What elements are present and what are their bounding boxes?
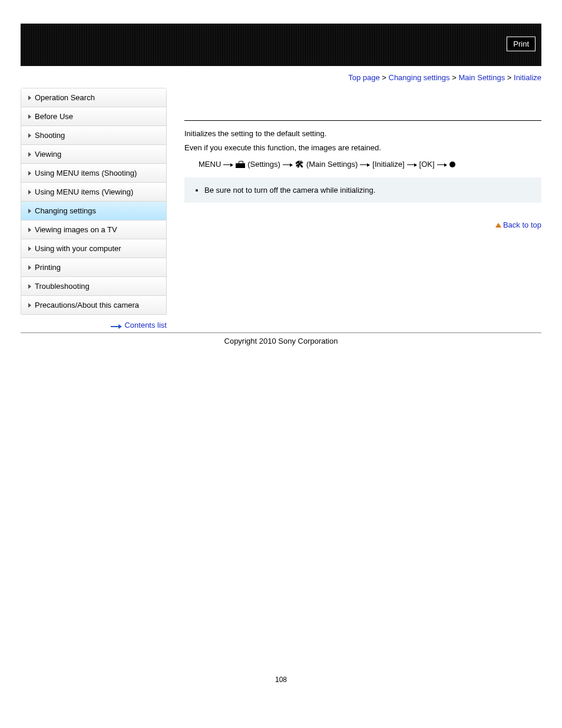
print-button[interactable]: Print	[507, 37, 535, 51]
divider	[184, 120, 541, 121]
sidebar-item-troubleshooting[interactable]: Troubleshooting	[21, 277, 166, 295]
hammer-icon: 🛠	[295, 159, 304, 169]
caret-icon	[28, 171, 31, 176]
sidebar-item-label: Shooting	[35, 131, 65, 140]
caret-icon	[28, 284, 31, 289]
sidebar-item-shooting[interactable]: Shooting	[21, 126, 166, 144]
sidebar-item-menu-shooting[interactable]: Using MENU items (Shooting)	[21, 164, 166, 182]
breadcrumb-separator: >	[452, 73, 457, 82]
menu-path: MENU (Settings) 🛠 (Main Settings) [Initi…	[199, 159, 541, 169]
sidebar-item-label: Viewing images on a TV	[35, 225, 117, 234]
caret-icon	[28, 114, 31, 119]
caret-icon	[28, 133, 31, 138]
sidebar-item-label: Viewing	[35, 150, 61, 159]
contents-list-label: Contents list	[124, 321, 167, 330]
menu-path-ok: [OK]	[419, 160, 435, 169]
note-item: Be sure not to turn off the camera while…	[204, 186, 532, 195]
sidebar-item-precautions[interactable]: Precautions/About this camera	[21, 296, 166, 314]
caret-icon	[28, 209, 31, 213]
menu-path-menu: MENU	[199, 160, 221, 169]
arrow-icon	[360, 160, 370, 169]
breadcrumb-current: Initialize	[514, 73, 541, 82]
caret-icon	[28, 190, 31, 195]
footer-divider	[21, 332, 541, 333]
caret-icon	[28, 246, 31, 251]
triangle-up-icon	[495, 223, 501, 228]
breadcrumb-main-settings[interactable]: Main Settings	[458, 73, 505, 82]
copyright-text: Copyright 2010 Sony Corporation	[21, 337, 541, 345]
breadcrumb-separator: >	[382, 73, 386, 82]
sidebar-item-label: Operation Search	[35, 93, 95, 102]
body-paragraph: Initializes the setting to the default s…	[184, 128, 541, 140]
sidebar-item-label: Before Use	[35, 112, 73, 121]
contents-list-link[interactable]: Contents list	[111, 321, 167, 330]
note-box: Be sure not to turn off the camera while…	[184, 177, 541, 203]
sidebar-item-computer[interactable]: Using with your computer	[21, 239, 166, 258]
breadcrumb-top-page[interactable]: Top page	[348, 73, 380, 82]
breadcrumb-changing-settings[interactable]: Changing settings	[389, 73, 450, 82]
sidebar-item-menu-viewing[interactable]: Using MENU items (Viewing)	[21, 183, 166, 201]
header-banner: Print	[21, 24, 541, 66]
breadcrumb-separator: >	[507, 73, 512, 82]
sidebar-item-label: Using MENU items (Shooting)	[35, 169, 137, 177]
arrow-icon	[283, 160, 293, 169]
sidebar: Operation Search Before Use Shooting Vie…	[21, 88, 167, 330]
sidebar-item-operation-search[interactable]: Operation Search	[21, 88, 166, 107]
sidebar-item-viewing-tv[interactable]: Viewing images on a TV	[21, 220, 166, 239]
breadcrumb: Top page > Changing settings > Main Sett…	[21, 73, 541, 82]
caret-icon	[28, 152, 31, 157]
dot-icon	[449, 162, 455, 167]
sidebar-item-changing-settings[interactable]: Changing settings	[21, 202, 166, 220]
caret-icon	[28, 228, 31, 232]
sidebar-item-printing[interactable]: Printing	[21, 258, 166, 276]
main-content: Initializes the setting to the default s…	[184, 88, 541, 330]
arrow-right-icon	[111, 321, 122, 330]
arrow-icon	[223, 160, 233, 169]
sidebar-item-label: Printing	[35, 263, 61, 272]
sidebar-item-viewing[interactable]: Viewing	[21, 145, 166, 163]
menu-path-settings: (Settings)	[247, 160, 280, 169]
menu-path-main-settings: (Main Settings)	[306, 160, 358, 169]
caret-icon	[28, 303, 31, 308]
sidebar-item-label: Troubleshooting	[35, 282, 90, 291]
sidebar-item-label: Using with your computer	[35, 244, 121, 253]
menu-path-initialize: [Initialize]	[372, 160, 404, 169]
arrow-icon	[407, 160, 417, 169]
toolbox-icon	[236, 161, 245, 168]
sidebar-item-label: Precautions/About this camera	[35, 301, 139, 309]
back-to-top-link[interactable]: Back to top	[495, 220, 541, 229]
arrow-icon	[437, 160, 447, 169]
caret-icon	[28, 95, 31, 100]
back-to-top-label: Back to top	[503, 220, 541, 229]
body-paragraph: Even if you execute this function, the i…	[184, 142, 541, 154]
page-number: 108	[21, 676, 541, 684]
sidebar-item-label: Using MENU items (Viewing)	[35, 187, 133, 196]
caret-icon	[28, 265, 31, 270]
sidebar-item-label: Changing settings	[35, 206, 96, 215]
sidebar-item-before-use[interactable]: Before Use	[21, 107, 166, 126]
